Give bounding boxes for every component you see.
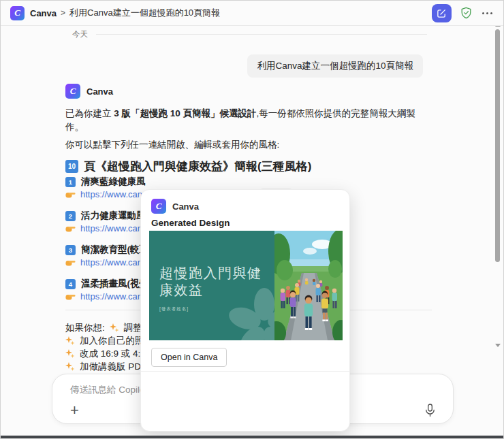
keycap-2-icon: 2	[65, 211, 76, 221]
option-label-text: 活力健康運動風	[81, 210, 146, 222]
intro-pre: 已為你建立	[65, 108, 114, 118]
option-label-text: 簡潔教育型(較正	[81, 244, 148, 256]
keycap-1-icon: 1	[65, 177, 76, 187]
keycap-4-icon: 4	[65, 279, 76, 289]
composer-placeholder[interactable]: 傳送訊息給 Copilot	[70, 384, 147, 396]
header-actions	[432, 4, 494, 22]
design-link[interactable]: https://www.canv	[80, 257, 147, 267]
keycap-10-icon: 10	[65, 160, 78, 173]
pointing-hand-icon	[65, 258, 76, 266]
design-preview-image[interactable]: 超慢跑入門與健 康效益 [發表者姓名]	[149, 231, 343, 340]
popup-header: C Canva	[151, 199, 199, 214]
heading-text: 頁《超慢跑入門與健康效益》簡報(三種風格)	[84, 159, 311, 174]
design-link[interactable]: https://www.canv	[80, 291, 147, 302]
bot-name: Canva	[86, 86, 113, 97]
pointing-hand-icon	[65, 190, 76, 198]
new-chat-button[interactable]	[432, 4, 452, 22]
copilot-window: C Canva > 利用Canva建立一個超慢跑的10頁簡報 今天 利用Canv…	[0, 0, 504, 439]
date-label: 今天	[72, 29, 88, 39]
canva-logo-icon: C	[151, 199, 166, 214]
intro-bold: 3 版「超慢跑 10 頁簡報」候選設計	[114, 108, 256, 118]
scrollbar-thumb[interactable]	[495, 29, 500, 262]
open-in-canva-button[interactable]: Open in Canva	[151, 348, 227, 367]
shield-check-icon[interactable]	[460, 7, 472, 19]
date-divider-line	[96, 34, 427, 35]
header: C Canva > 利用Canva建立一個超慢跑的10頁簡報	[1, 1, 503, 26]
scrollbar-down-arrow[interactable]	[495, 344, 501, 347]
more-menu-icon[interactable]	[481, 10, 494, 17]
slide-presenter-placeholder: [發表者姓名]	[159, 306, 262, 312]
sparkles-icon	[65, 349, 75, 359]
slide-title-line1: 超慢跑入門與健	[159, 265, 262, 282]
bot-intro-paragraph: 已為你建立 3 版「超慢跑 10 頁簡報」候選設計,每一份都依照你提供的完整簡報…	[65, 107, 432, 134]
keycap-3-icon: 3	[65, 245, 76, 255]
pointing-hand-icon	[65, 292, 76, 300]
user-message-bubble: 利用Canva建立一個超慢跑的10頁簡報	[247, 54, 423, 78]
conversation-title: 利用Canva建立一個超慢跑的10頁簡報	[69, 7, 220, 19]
slide-title: 超慢跑入門與健 康效益	[159, 265, 262, 299]
slide-text-block: 超慢跑入門與健 康效益 [發表者姓名]	[159, 265, 262, 312]
design-link[interactable]: https://www.canv	[80, 223, 147, 233]
canva-avatar-icon: C	[65, 84, 80, 99]
generated-design-card: C Canva Generated Design	[140, 189, 350, 432]
header-app-name: Canva	[30, 8, 57, 18]
popup-divider	[141, 371, 349, 372]
joggers-illustration	[274, 231, 343, 340]
attach-plus-icon[interactable]: +	[70, 403, 79, 418]
date-divider: 今天	[72, 29, 427, 39]
option-label-text: 溫柔插畫風(視覺	[81, 278, 148, 290]
suggestions-intro: 如果你想:	[65, 322, 105, 334]
sparkles-icon	[110, 323, 119, 333]
suggestion-text: 改成 16:9 或 4:3	[80, 348, 146, 360]
canva-logo-icon: C	[10, 6, 25, 20]
window-bottom-edge	[1, 436, 503, 438]
suggestion-text: 加做講義版 PDF	[80, 361, 146, 373]
microphone-icon[interactable]	[425, 404, 435, 417]
popup-app-name: Canva	[172, 201, 199, 212]
option-label-text: 清爽藍綠健康風	[81, 176, 146, 188]
compose-icon	[437, 8, 447, 18]
slide-title-line2: 康效益	[159, 282, 262, 299]
suggestion-text: 調整	[124, 322, 142, 334]
bot-header: C Canva	[65, 84, 432, 99]
option-label: 1 清爽藍綠健康風	[65, 176, 432, 187]
bot-instruction: 你可以點擊下列任一連結開啟、編輯或套用你的風格:	[65, 138, 432, 152]
breadcrumb-separator: >	[61, 8, 65, 18]
popup-section-title: Generated Design	[151, 218, 230, 228]
pointing-hand-icon	[65, 224, 76, 232]
sparkles-icon	[65, 362, 75, 372]
sparkles-icon	[65, 336, 75, 346]
presentation-heading: 10 頁《超慢跑入門與健康效益》簡報(三種風格)	[65, 159, 432, 174]
